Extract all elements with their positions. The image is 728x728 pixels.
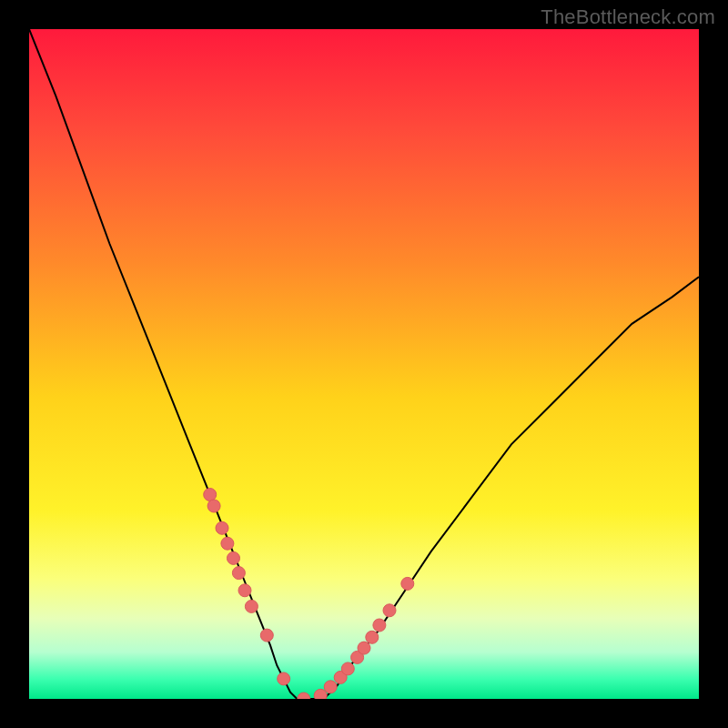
curve-dot bbox=[298, 693, 310, 699]
plot-area bbox=[29, 29, 699, 699]
curve-dot bbox=[207, 500, 220, 512]
chart-container: TheBottleneck.com bbox=[0, 0, 728, 728]
curve-dots bbox=[204, 489, 414, 700]
curve-dot bbox=[216, 521, 228, 534]
curve-dot bbox=[221, 537, 234, 550]
curve-dot bbox=[401, 577, 414, 590]
curve-dot bbox=[278, 672, 290, 685]
curve-dot bbox=[260, 629, 273, 642]
curve-dot bbox=[245, 600, 258, 612]
curve-dot bbox=[324, 681, 337, 693]
curve-dot bbox=[238, 584, 251, 597]
watermark: TheBottleneck.com bbox=[541, 5, 715, 29]
curve-dot bbox=[366, 631, 379, 643]
bottleneck-curve bbox=[29, 29, 699, 699]
curve-dot bbox=[204, 489, 217, 501]
curve-dot bbox=[373, 619, 386, 632]
curve-line bbox=[29, 29, 699, 699]
curve-dot bbox=[383, 604, 396, 617]
curve-dot bbox=[358, 642, 370, 654]
curve-dot bbox=[232, 567, 245, 580]
curve-dot bbox=[228, 551, 240, 564]
curve-dot bbox=[341, 662, 354, 675]
